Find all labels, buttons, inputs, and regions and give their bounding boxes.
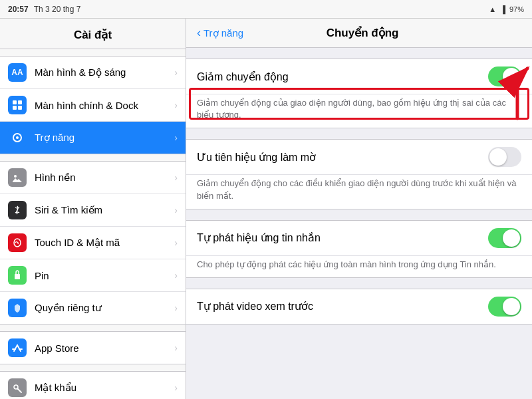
sidebar-item-siri[interactable]: Siri & Tìm kiếm › <box>0 194 186 227</box>
tu-phat-video-label: Tự phát video xem trước <box>197 300 488 313</box>
content-header: ‹ Trợ năng Chuyển động <box>186 19 532 48</box>
wifi-icon: ▲ <box>489 5 496 13</box>
content-area: ‹ Trợ năng Chuyển động Giảm chuyển động <box>186 19 532 399</box>
tu-phat-tin-nhan-label: Tự phát hiệu ứng tin nhắn <box>197 231 488 244</box>
tu-phat-tin-nhan-toggle[interactable] <box>488 228 521 248</box>
back-chevron-icon: ‹ <box>197 26 201 40</box>
tu-phat-tin-nhan-desc-wrapper: Cho phép tự động phát các hiệu ứng toàn … <box>186 255 532 278</box>
sidebar-title: Cài đặt <box>0 19 186 49</box>
tro-nang-icon <box>8 128 27 147</box>
toggle-knob <box>489 148 507 166</box>
uu-tien-desc: Giảm chuyển động cho các điều khiển giao… <box>186 175 532 208</box>
man-hinh-do-sang-label: Màn hình & Độ sáng <box>35 66 126 78</box>
status-time: 20:57 <box>8 5 29 14</box>
giam-chuyen-dong-label: Giảm chuyển động <box>197 70 488 83</box>
sidebar-item-man-hinh-chinh-dock[interactable]: Màn hình chính & Dock › <box>0 89 186 122</box>
settings-section-tu-phat: Tự phát hiệu ứng tin nhắn <box>186 220 532 255</box>
chevron-icon: › <box>174 205 178 215</box>
status-icons: ▲ ▐ 97% <box>489 5 524 13</box>
battery-icon: ▐ <box>500 5 505 13</box>
chevron-icon: › <box>174 237 178 248</box>
quyen-rieng-tu-icon <box>8 299 27 317</box>
row-tu-phat-video: Tự phát video xem trước <box>186 289 532 324</box>
settings-section-giam: Giảm chuyển động <box>186 59 532 94</box>
touch-id-label: Touch ID & Mật mã <box>35 237 120 249</box>
giam-chuyen-dong-desc: Giảm chuyển động của giao diện người dùn… <box>186 94 532 128</box>
sidebar-item-touch-id[interactable]: Touch ID & Mật mã › <box>0 227 186 259</box>
row-giam-chuyen-dong-wrapper: Giảm chuyển động Giảm chuyển động của gi… <box>186 59 532 128</box>
svg-point-6 <box>14 175 17 178</box>
back-label: Trợ năng <box>203 27 243 39</box>
sidebar-item-mat-khau[interactable]: Mật khẩu › <box>0 372 186 399</box>
sidebar-item-tro-nang[interactable]: Trợ năng › <box>0 122 186 154</box>
svg-point-7 <box>14 239 21 247</box>
svg-point-5 <box>16 136 19 139</box>
mat-khau-icon <box>8 378 27 397</box>
siri-icon <box>8 201 27 219</box>
sidebar: Cài đặt AA Màn hình & Độ sáng › Màn hình… <box>0 19 186 399</box>
tu-phat-tin-nhan-desc: Cho phép tự động phát các hiệu ứng toàn … <box>186 256 532 277</box>
chevron-icon: › <box>174 67 178 78</box>
mat-khau-label: Mật khẩu <box>35 382 76 394</box>
svg-rect-0 <box>13 100 17 104</box>
svg-rect-3 <box>18 106 22 110</box>
toggle-knob <box>503 68 520 85</box>
chevron-icon: › <box>174 172 178 183</box>
quyen-rieng-tu-label: Quyền riêng tư <box>35 302 102 314</box>
chevron-icon: › <box>174 382 178 393</box>
sidebar-item-quyen-rieng-tu[interactable]: Quyền riêng tư › <box>0 292 186 324</box>
uu-tien-label: Ưu tiên hiệu ứng làm mờ <box>197 151 488 164</box>
man-hinh-do-sang-icon: AA <box>8 63 27 82</box>
svg-rect-2 <box>13 106 17 110</box>
battery-percent: 97% <box>509 5 524 13</box>
content-wrapper: Giảm chuyển động Giảm chuyển động của gi… <box>186 48 532 399</box>
uu-tien-toggle[interactable] <box>488 147 521 167</box>
sidebar-section-3: App Store › <box>0 331 186 364</box>
svg-rect-8 <box>15 274 20 279</box>
sidebar-item-hinh-nen[interactable]: Hình nền › <box>0 162 186 194</box>
status-bar: 20:57 Th 3 20 thg 7 ▲ ▐ 97% <box>0 0 532 19</box>
giam-chuyen-dong-desc-wrapper: Giảm chuyển động của giao diện người dùn… <box>186 94 532 128</box>
status-date: Th 3 20 thg 7 <box>34 5 489 14</box>
settings-section-uu-tien: Ưu tiên hiệu ứng làm mờ <box>186 139 532 174</box>
chevron-icon: › <box>174 342 178 353</box>
pin-label: Pin <box>35 270 49 281</box>
touch-id-icon <box>8 233 27 252</box>
chevron-icon: › <box>174 270 178 281</box>
man-hinh-chinh-icon <box>8 96 27 114</box>
hinh-nen-label: Hình nền <box>35 172 76 184</box>
sidebar-section-4: Mật khẩu › Mail › Danh bạ › <box>0 371 186 399</box>
row-giam-chuyen-dong: Giảm chuyển động <box>186 59 532 94</box>
row-uu-tien: Ưu tiên hiệu ứng làm mờ <box>186 140 532 174</box>
toggle-knob <box>503 298 520 315</box>
hinh-nen-icon <box>8 168 27 187</box>
chevron-icon: › <box>174 100 178 110</box>
pin-icon <box>8 266 27 285</box>
man-hinh-chinh-label: Màn hình chính & Dock <box>35 100 138 111</box>
siri-label: Siri & Tìm kiếm <box>35 204 102 216</box>
sidebar-item-app-store[interactable]: App Store › <box>0 332 186 364</box>
tu-phat-video-toggle[interactable] <box>488 297 521 317</box>
main-layout: Cài đặt AA Màn hình & Độ sáng › Màn hình… <box>0 19 532 399</box>
giam-chuyen-dong-toggle[interactable] <box>488 66 521 86</box>
app-store-label: App Store <box>35 342 79 354</box>
sidebar-item-pin[interactable]: Pin › <box>0 259 186 292</box>
tro-nang-label: Trợ năng <box>35 132 74 144</box>
uu-tien-desc-wrapper: Giảm chuyển động cho các điều khiển giao… <box>186 174 532 209</box>
content-title: Chuyển động <box>243 26 481 40</box>
row-tu-phat-tin-nhan: Tự phát hiệu ứng tin nhắn <box>186 221 532 255</box>
settings-section-video: Tự phát video xem trước <box>186 289 532 325</box>
app-store-icon <box>8 338 27 357</box>
sidebar-section-1: AA Màn hình & Độ sáng › Màn hình chính &… <box>0 56 186 154</box>
content-scroll: Giảm chuyển động Giảm chuyển động của gi… <box>186 48 532 399</box>
svg-rect-1 <box>18 100 22 104</box>
sidebar-section-2: Hình nền › Siri & Tìm kiếm › Touch ID & … <box>0 161 186 325</box>
back-button[interactable]: ‹ Trợ năng <box>197 26 243 40</box>
sidebar-item-man-hinh-do-sang[interactable]: AA Màn hình & Độ sáng › <box>0 57 186 89</box>
toggle-knob <box>503 229 520 247</box>
chevron-icon: › <box>174 303 178 313</box>
chevron-icon: › <box>174 132 178 143</box>
